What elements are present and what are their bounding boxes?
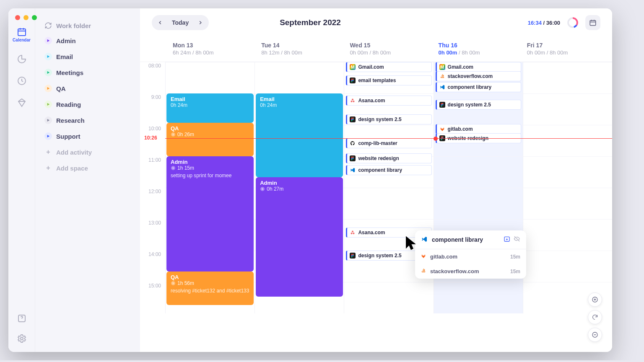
chevron-left-icon [157,20,163,26]
cursor-icon [405,235,420,254]
minus-icon [592,331,598,338]
svg-point-21 [352,99,353,101]
activity-popover: component library gitlab.com15m stackove… [415,230,526,279]
svg-point-45 [442,104,443,106]
svg-point-22 [351,101,353,102]
hour-label: 08:00 [140,62,165,93]
activity-chip[interactable]: stackoverflow.com [436,71,521,81]
svg-point-43 [442,103,443,104]
svg-point-18 [351,80,353,81]
activity-chip[interactable]: component library [436,82,521,92]
topbar: Today September 2022 16:34 / 36:00 [140,8,612,34]
sidebar-item-qa[interactable]: QA [40,80,135,96]
popover-row[interactable]: stackoverflow.com15m [415,264,526,279]
help-icon [17,313,27,323]
sidebar-item-label: Support [56,133,80,140]
sidebar-folder[interactable]: Work folder [40,18,135,33]
next-button[interactable] [195,17,206,28]
svg-point-25 [353,118,354,119]
zoom-reset-button[interactable] [588,310,602,324]
calendar-event[interactable]: Admin $0h 27m [256,177,343,297]
plus-icon: + [44,164,52,172]
day-header[interactable]: Wed 15 0h 00m / 8h 00m [342,39,431,62]
svg-point-41 [351,256,353,258]
progress-donut-icon [567,17,579,28]
svg-point-19 [353,80,354,81]
page-title: September 2022 [280,18,341,27]
svg-point-51 [441,139,442,140]
sidebar-item-support[interactable]: Support [40,128,135,144]
svg-point-36 [353,233,355,234]
svg-point-20 [351,81,353,83]
svg-point-37 [351,254,353,255]
play-icon [44,37,52,44]
day-header[interactable]: Mon 13 6h 24m / 8h 00m [165,39,254,62]
svg-rect-7 [590,21,596,26]
calendar-event[interactable]: QA $0h 26m [166,123,254,156]
popover-title: component library [432,236,500,243]
rail-apps[interactable] [13,98,30,108]
sidebar-item-meetings[interactable]: Meetings [40,65,135,80]
sidebar-item-reading[interactable]: Reading [40,96,135,112]
svg-point-24 [351,118,353,119]
eye-off-icon [514,235,520,242]
clock-icon [17,76,27,86]
day-header[interactable]: Fri 17 0h 00m / 8h 00m [519,39,608,62]
sidebar-item-admin[interactable]: Admin [40,33,135,49]
activity-chip[interactable]: Asana.com [346,96,431,106]
activity-chip[interactable]: comp-lib-master [346,138,431,148]
popover-add-event[interactable] [504,235,510,244]
calendar-event[interactable]: QA $1h 56m resolving #ticket132 and #tic… [166,272,254,305]
svg-point-35 [351,233,353,234]
rail-settings[interactable] [13,334,30,344]
zoom-out-button[interactable] [588,328,602,342]
zoom-in-button[interactable] [588,292,602,307]
popover-row[interactable]: gitlab.com15m [415,249,526,264]
day-column[interactable]: Email 0h 24m Admin $0h 27m [254,62,344,313]
sidebar-item-research[interactable]: Research [40,112,135,128]
time-status: 16:34 / 36:00 [528,20,560,26]
day-header[interactable]: Tue 14 8h 12m / 8h 00m [254,39,342,62]
calendar-event[interactable]: Email 0h 24m [256,93,343,177]
day-column[interactable]: Email 0h 24m QA $0h 26m Admin $1h 15m se… [165,62,254,313]
add-activity-button[interactable]: + Add activity [40,144,135,160]
day-header[interactable]: Thu 16 0h 00m / 8h 00m [431,39,519,62]
svg-point-34 [352,231,353,233]
calendar-settings-button[interactable] [585,15,600,30]
calendar-plus-icon [504,235,510,242]
calendar-event[interactable]: Admin $1h 15m setting up sprint for mome… [166,156,254,272]
sidebar-item-label: Research [56,117,85,124]
day-column[interactable] [523,62,612,313]
calendar-event[interactable]: Email 0h 24m [166,93,254,123]
svg-point-33 [351,159,353,160]
activity-chip[interactable]: MGmail.com [346,62,431,72]
activity-chip[interactable]: website redesign [346,153,431,163]
activity-chip[interactable]: design system 2.5 [346,114,431,124]
svg-rect-0 [18,29,26,36]
chevron-right-icon [197,20,203,26]
prev-button[interactable] [154,17,166,28]
rail-history[interactable] [13,76,30,86]
window-controls[interactable] [15,15,37,20]
rail-calendar[interactable]: Calendar [13,27,30,42]
add-space-button[interactable]: + Add space [40,160,135,176]
sidebar-item-label: Reading [56,101,81,108]
activity-chip[interactable]: email templates [346,75,431,85]
svg-point-46 [441,106,442,107]
svg-point-28 [351,120,353,122]
activity-chip[interactable]: MGmail.com [436,62,521,72]
rail-help[interactable] [13,313,30,323]
refresh-icon [592,314,598,321]
activity-chip[interactable]: component library [346,165,431,175]
svg-point-38 [353,254,354,255]
play-icon [44,101,52,108]
hour-label: 14:00 [140,251,165,282]
sidebar-item-email[interactable]: Email [40,49,135,65]
rail-reports[interactable] [13,54,30,64]
play-icon [44,85,52,92]
svg-point-17 [353,79,354,80]
popover-hide[interactable] [514,235,520,244]
today-button[interactable]: Today [168,18,193,28]
activity-chip[interactable]: design system 2.5 [436,100,521,110]
activity-chip[interactable]: gitlab.com [436,124,521,134]
